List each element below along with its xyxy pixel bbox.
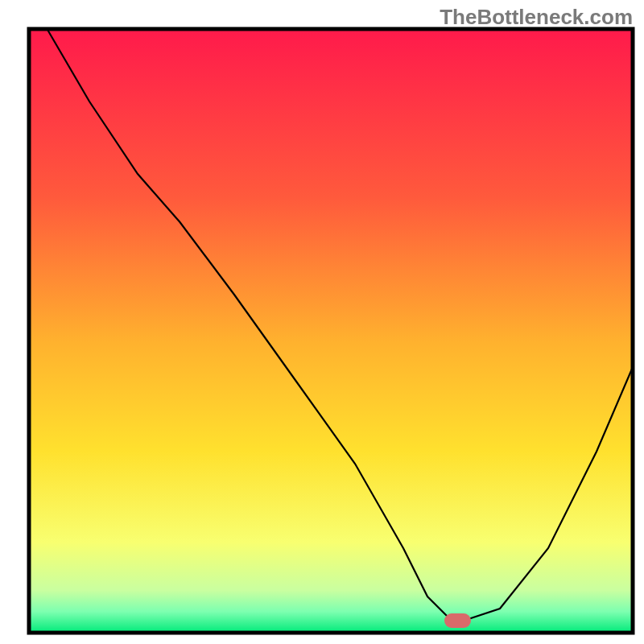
chart-container: TheBottleneck.com [0,0,644,644]
watermark-label: TheBottleneck.com [440,5,633,30]
plot-background [29,29,633,633]
optimal-marker [444,613,471,628]
chart-svg [0,0,644,644]
